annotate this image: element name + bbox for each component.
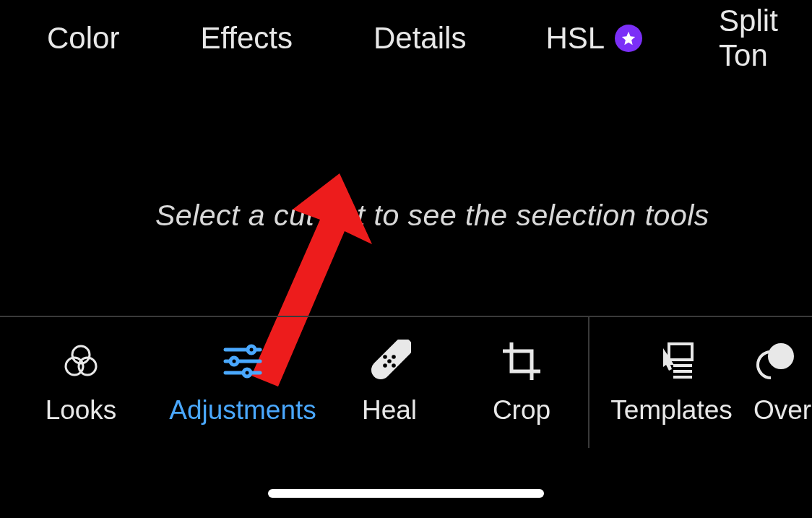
svg-point-14 (392, 355, 396, 359)
tab-label: Effects (200, 21, 293, 56)
crop-icon (501, 340, 543, 382)
top-tab-bar: Color Effects Details HSL Split Ton (0, 0, 812, 76)
premium-star-icon (615, 25, 642, 52)
adjustments-icon (223, 340, 263, 382)
tab-split-toning[interactable]: Split Ton (719, 4, 812, 73)
svg-rect-16 (669, 344, 692, 360)
tool-label: Over (753, 395, 811, 426)
tool-templates[interactable]: Templates (589, 340, 753, 426)
svg-point-5 (248, 346, 255, 353)
svg-point-12 (387, 359, 392, 363)
tab-color[interactable]: Color (47, 21, 119, 56)
tool-overlays[interactable]: Over (753, 340, 811, 426)
tool-label: Adjustments (169, 395, 316, 426)
toolbar-group-primary: Looks Adjustments (0, 317, 588, 448)
svg-point-11 (383, 355, 387, 359)
svg-point-7 (230, 358, 238, 365)
tab-effects[interactable]: Effects (200, 21, 293, 56)
looks-icon (62, 340, 100, 382)
tab-label: Color (47, 21, 119, 56)
svg-point-9 (243, 369, 251, 376)
svg-point-15 (383, 363, 387, 368)
tab-hsl[interactable]: HSL (545, 21, 642, 56)
tab-details[interactable]: Details (373, 21, 466, 56)
canvas-area: Select a cut out to see the selection to… (0, 76, 812, 316)
tab-label: Details (373, 21, 466, 56)
tool-label: Crop (493, 395, 550, 426)
tool-adjustments[interactable]: Adjustments (162, 340, 324, 426)
tab-label: Split Ton (719, 4, 812, 73)
tool-label: Heal (362, 395, 417, 426)
svg-point-13 (392, 363, 396, 368)
tab-label: HSL (545, 21, 605, 56)
toolbar-group-secondary: Templates Over (589, 317, 811, 448)
tool-label: Templates (610, 395, 733, 426)
tool-label: Looks (46, 395, 117, 426)
selection-hint: Select a cut out to see the selection to… (155, 199, 709, 233)
tool-heal[interactable]: Heal (324, 340, 455, 426)
overlays-icon (753, 340, 797, 382)
tool-crop[interactable]: Crop (455, 340, 588, 426)
bottom-toolbar: Looks Adjustments (0, 316, 812, 448)
templates-icon (649, 340, 695, 382)
svg-point-20 (768, 343, 794, 369)
heal-icon (368, 340, 411, 382)
home-indicator (268, 489, 544, 498)
tool-looks[interactable]: Looks (0, 340, 162, 426)
